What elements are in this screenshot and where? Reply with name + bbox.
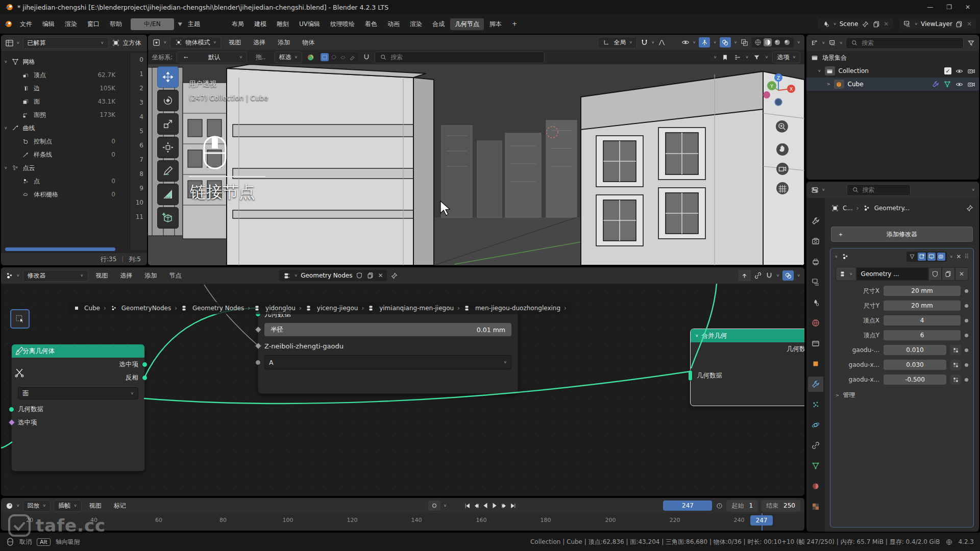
socket-geometry-in[interactable]: [9, 407, 14, 412]
unlink-node-tree-icon[interactable]: ✕: [378, 272, 383, 279]
toggle-edit-mode-icon[interactable]: [918, 253, 926, 261]
fake-user-shield-icon[interactable]: [355, 271, 363, 280]
outliner-list-icon[interactable]: [733, 53, 741, 61]
spreadsheet-editor-icon[interactable]: [5, 39, 13, 47]
tab-modeling[interactable]: 建模: [250, 18, 271, 30]
tree-item[interactable]: 面43.1K: [4, 95, 115, 108]
pin-id-icon[interactable]: [966, 204, 974, 212]
animate-dot[interactable]: [965, 363, 968, 367]
tab-tool[interactable]: [808, 213, 823, 229]
play-button[interactable]: [491, 502, 499, 510]
add-workspace-button[interactable]: +: [507, 19, 522, 29]
node-context-dropdown[interactable]: 修改器∨: [23, 270, 88, 282]
node-snap-icon[interactable]: [765, 271, 773, 280]
tab-uv[interactable]: UV编辑: [295, 18, 325, 30]
properties-options-menu[interactable]: ∨: [971, 188, 975, 192]
tool-rotate[interactable]: [157, 90, 179, 111]
scene-selector[interactable]: ∨ Scene ✕: [818, 19, 893, 29]
go-to-parent-node-icon[interactable]: [739, 270, 751, 281]
tab-particles[interactable]: [808, 397, 823, 412]
jump-end-button[interactable]: [509, 502, 517, 510]
radius-field[interactable]: 半径0.01 mm: [264, 323, 511, 336]
tool-scale[interactable]: [157, 113, 179, 135]
input-attribute-toggle-icon[interactable]: [950, 345, 961, 355]
node-options-link-icon[interactable]: [754, 271, 762, 280]
viewport-menu-view[interactable]: 视图: [224, 37, 246, 48]
filter-menu[interactable]: ∨: [765, 55, 769, 59]
viewport-canvas[interactable]: 用户透视 (247) Collection | Cube 链接节点: [148, 64, 804, 265]
node-overlays-menu[interactable]: ∨: [797, 273, 800, 278]
viewport-search[interactable]: 搜索: [375, 52, 545, 63]
tool-annotate[interactable]: [157, 160, 179, 182]
current-frame-field[interactable]: 247: [663, 500, 712, 511]
disable-render-camera-icon[interactable]: [967, 67, 975, 75]
modifier-drag-handle[interactable]: ⠿: [964, 253, 969, 260]
tree-item[interactable]: 样条线0: [4, 148, 115, 161]
pin-icon[interactable]: [861, 20, 869, 28]
gaodu-x2-field[interactable]: -0.500: [884, 374, 946, 385]
node-canvas[interactable]: ∨分离几何体 选中项 反相 面∨ 几何数据 选中项 几何数据 半径0.01 mm…: [1, 284, 804, 496]
modifier-extras-menu[interactable]: ∨: [950, 255, 953, 259]
orientation-dropdown[interactable]: 全局∨: [598, 37, 637, 48]
tool-add-cube[interactable]: [157, 207, 179, 229]
breadcrumb-group-1[interactable]: Geometry Nodes: [192, 305, 244, 312]
options-dropdown[interactable]: 选项∨: [772, 52, 800, 63]
shading-rendered-icon[interactable]: [783, 38, 791, 46]
verts-y-field[interactable]: 6: [884, 330, 961, 340]
timeline-editor-icon[interactable]: [5, 502, 13, 510]
blender-menu-icon[interactable]: [4, 20, 12, 28]
maximize-button[interactable]: ❐: [942, 2, 957, 12]
next-keyframe-button[interactable]: [500, 502, 508, 510]
node-overlays-icon[interactable]: [782, 270, 794, 281]
properties-editor-menu[interactable]: ∨: [822, 188, 825, 192]
node-menu-select[interactable]: 选择: [116, 270, 137, 282]
properties-editor-icon[interactable]: [811, 186, 819, 194]
socket-geometry-out-selection[interactable]: [142, 362, 148, 367]
node-tool-select-box[interactable]: [10, 309, 30, 329]
overlays-toggle-icon[interactable]: [720, 37, 731, 47]
menu-file[interactable]: 文件: [15, 18, 37, 30]
tab-texture[interactable]: [808, 499, 823, 514]
animate-dot[interactable]: [965, 319, 968, 322]
breadcrumb-group-5[interactable]: men-jiegou-duozhonglexing: [475, 305, 560, 312]
tab-render[interactable]: [808, 234, 823, 249]
tab-geometry-nodes[interactable]: 几何节点: [450, 18, 484, 30]
tree-group-mesh[interactable]: ∨网格: [4, 55, 115, 68]
snap-magnet-icon[interactable]: [640, 38, 648, 46]
language-toggle-button[interactable]: 中/EN: [131, 18, 174, 30]
viewlayer-selector[interactable]: ∨ ViewLayer ✕: [899, 19, 976, 29]
animate-dot[interactable]: [965, 378, 968, 382]
node-menu-view[interactable]: 视图: [91, 270, 113, 282]
bookmark-icon[interactable]: [721, 53, 729, 61]
timeline-menu-marker[interactable]: 标记: [109, 500, 131, 512]
collection-checkbox[interactable]: ✓: [944, 67, 951, 74]
theme-label[interactable]: 主题: [183, 18, 205, 30]
select-paint-mode-icon[interactable]: [348, 53, 356, 61]
new-viewlayer-icon[interactable]: [955, 20, 964, 28]
outliner-list-menu[interactable]: ∨: [745, 55, 749, 59]
socket-menu[interactable]: [255, 360, 261, 365]
playback-dropdown[interactable]: 回放∨: [23, 500, 51, 512]
gaodu-field[interactable]: 0.010: [884, 345, 946, 355]
node-join-geometry[interactable]: ∨合并几何 几何数据 几何数据: [690, 329, 804, 406]
dataset-dropdown[interactable]: 已解算∨: [23, 37, 109, 49]
tab-material[interactable]: [808, 479, 823, 494]
shading-wireframe-icon[interactable]: [754, 38, 762, 46]
theme-collapse-arrow[interactable]: ▼: [178, 21, 182, 27]
node-snap-menu[interactable]: ∨: [776, 273, 780, 278]
remove-viewlayer-icon[interactable]: ✕: [967, 20, 972, 28]
animate-dot[interactable]: [965, 289, 968, 293]
node-tool-annotate[interactable]: [11, 343, 28, 359]
tab-modifiers[interactable]: [808, 377, 823, 392]
outliner-search[interactable]: 搜索: [846, 37, 964, 49]
spreadsheet-editor-menu[interactable]: ∨: [16, 41, 20, 45]
shading-menu[interactable]: ∨: [797, 40, 800, 44]
tree-item[interactable]: 体积栅格0: [4, 188, 115, 201]
verts-x-field[interactable]: 4: [884, 315, 961, 325]
timeline-ruler[interactable]: 20 40 60 80 100 120 140 160 180 200 220 …: [1, 513, 804, 531]
toggle-realtime-icon[interactable]: [927, 253, 936, 261]
tool-measure[interactable]: [157, 184, 179, 205]
socket-z-gaodu[interactable]: [255, 342, 262, 349]
size-y-field[interactable]: 20 mm: [884, 300, 961, 311]
tree-item[interactable]: 点0: [4, 174, 115, 188]
